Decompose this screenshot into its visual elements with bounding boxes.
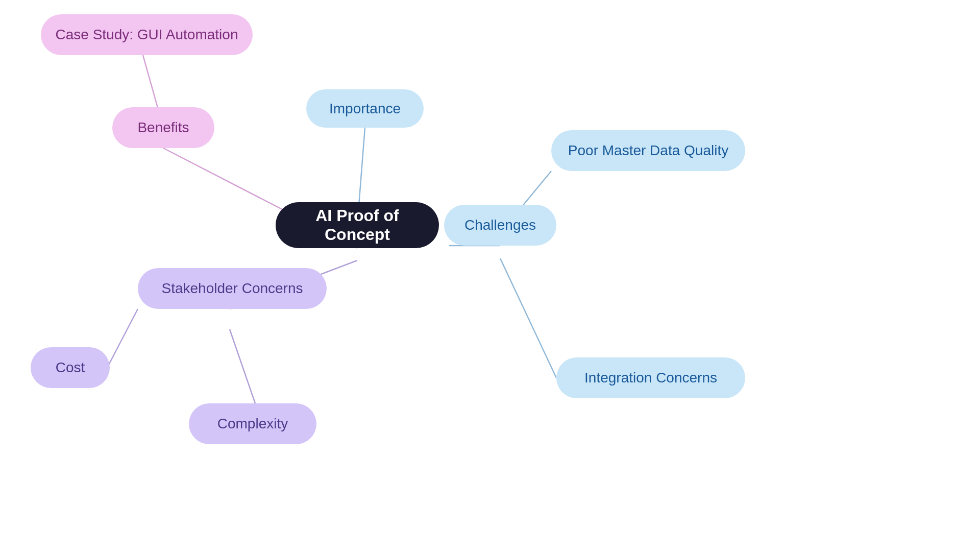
svg-line-5 [500,258,556,378]
integration-concerns-node[interactable]: Integration Concerns [556,357,745,398]
stakeholder-concerns-node[interactable]: Stakeholder Concerns [138,268,327,309]
svg-line-7 [107,309,138,368]
cost-node[interactable]: Cost [31,347,110,388]
challenges-node[interactable]: Challenges [444,205,556,246]
case-study-node[interactable]: Case Study: GUI Automation [41,14,253,55]
complexity-node[interactable]: Complexity [189,403,316,444]
benefits-node[interactable]: Benefits [112,107,214,148]
svg-line-8 [230,329,255,403]
importance-node[interactable]: Importance [306,89,424,128]
center-node[interactable]: AI Proof of Concept [276,202,439,248]
poor-master-data-node[interactable]: Poor Master Data Quality [551,130,745,171]
